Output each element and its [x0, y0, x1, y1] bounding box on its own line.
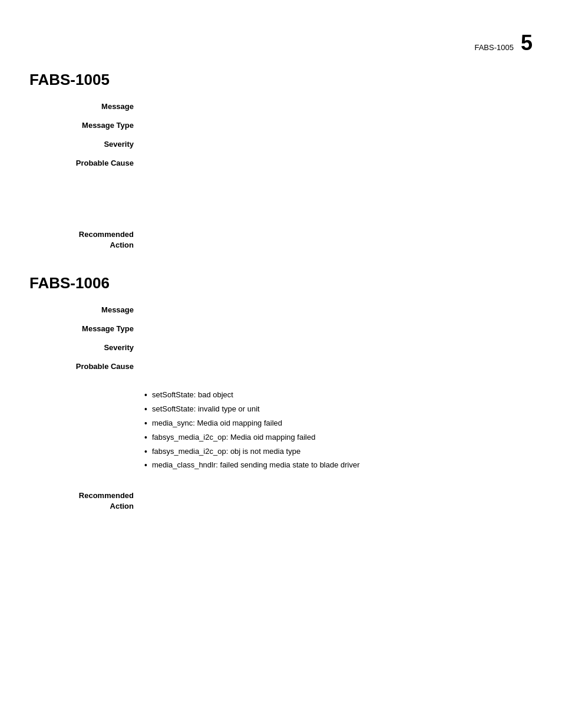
- value-message-type-1006: [144, 323, 533, 336]
- bullet-item-2: setSoftState: invalid type or unit: [144, 403, 533, 417]
- header-doc-ref: FABS-1005: [474, 43, 514, 52]
- value-probable-cause-1005: [144, 157, 533, 170]
- bullet-item-6: media_class_hndlr: failed sending media …: [144, 459, 533, 473]
- value-severity-1006: [144, 342, 533, 355]
- recommended-action-row-1006: RecommendedAction: [29, 490, 533, 512]
- page-header: FABS-1005 5: [474, 32, 533, 54]
- label-recommended-action-1006: RecommendedAction: [29, 490, 144, 512]
- value-recommended-action-1006: [144, 490, 533, 512]
- section-fabs-1006: FABS-1006 Message Message Type Severity …: [29, 274, 533, 512]
- bullet-list-row-1006: setSoftState: bad object setSoftState: i…: [29, 388, 533, 473]
- field-row-probable-cause-1005: Probable Cause: [29, 157, 533, 170]
- field-row-message-1006: Message: [29, 304, 533, 317]
- field-row-severity-1005: Severity: [29, 139, 533, 151]
- section-title-fabs-1006: FABS-1006: [29, 274, 533, 292]
- field-row-message-1005: Message: [29, 101, 533, 114]
- label-probable-cause-1006: Probable Cause: [29, 361, 144, 374]
- recommended-action-row-1005: RecommendedAction: [29, 229, 533, 251]
- label-probable-cause-1005: Probable Cause: [29, 157, 144, 170]
- field-row-severity-1006: Severity: [29, 342, 533, 355]
- label-message-1006: Message: [29, 304, 144, 317]
- label-severity-1006: Severity: [29, 342, 144, 355]
- field-row-message-type-1005: Message Type: [29, 120, 533, 133]
- bullet-item-1: setSoftState: bad object: [144, 388, 533, 403]
- section-title-fabs-1005: FABS-1005: [29, 71, 533, 89]
- value-severity-1005: [144, 139, 533, 151]
- value-recommended-action-1005: [144, 229, 533, 251]
- value-message-1005: [144, 101, 533, 114]
- bullet-list-container-1006: setSoftState: bad object setSoftState: i…: [144, 388, 533, 473]
- value-probable-cause-1006: [144, 361, 533, 374]
- field-row-probable-cause-1006: Probable Cause: [29, 361, 533, 374]
- bullet-list-label-spacer: [29, 388, 144, 473]
- section-fabs-1005: FABS-1005 Message Message Type Severity …: [29, 71, 533, 251]
- label-message-type-1006: Message Type: [29, 323, 144, 336]
- page-number: 5: [521, 32, 533, 54]
- label-message-type-1005: Message Type: [29, 120, 144, 133]
- bullet-item-3: media_sync: Media oid mapping failed: [144, 417, 533, 431]
- label-recommended-action-1005: RecommendedAction: [29, 229, 144, 251]
- bullet-item-4: fabsys_media_i2c_op: Media oid mapping f…: [144, 431, 533, 445]
- label-message-1005: Message: [29, 101, 144, 114]
- value-message-type-1005: [144, 120, 533, 133]
- bullet-list-1006: setSoftState: bad object setSoftState: i…: [144, 388, 533, 473]
- bullet-item-5: fabsys_media_i2c_op: obj is not media ty…: [144, 445, 533, 459]
- field-row-message-type-1006: Message Type: [29, 323, 533, 336]
- label-severity-1005: Severity: [29, 139, 144, 151]
- page-content: FABS-1005 Message Message Type Severity …: [0, 0, 562, 571]
- value-message-1006: [144, 304, 533, 317]
